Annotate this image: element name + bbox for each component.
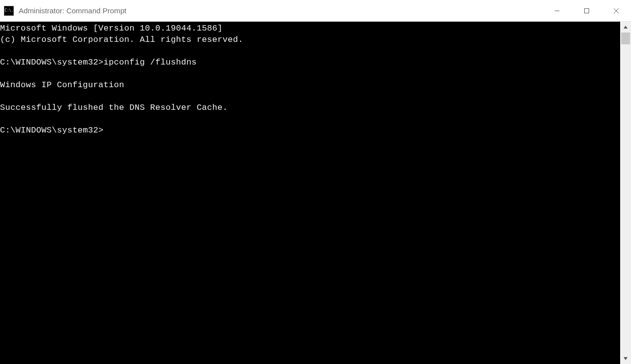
scroll-up-arrow-icon[interactable] — [620, 22, 631, 33]
scroll-thumb[interactable] — [621, 33, 630, 44]
terminal-line — [0, 91, 620, 102]
terminal-line: C:\WINDOWS\system32>ipconfig /flushdns — [0, 57, 620, 68]
svg-marker-5 — [624, 357, 628, 360]
svg-rect-1 — [585, 8, 589, 13]
terminal-line: Windows IP Configuration — [0, 79, 620, 91]
scroll-down-arrow-icon[interactable] — [620, 353, 631, 364]
window-title: Administrator: Command Prompt — [19, 6, 542, 15]
terminal-line: Microsoft Windows [Version 10.0.19044.15… — [0, 23, 620, 34]
vertical-scrollbar[interactable] — [620, 22, 631, 364]
close-button[interactable] — [601, 0, 631, 21]
scroll-track[interactable] — [620, 33, 631, 364]
app-icon: C:\. — [4, 6, 14, 16]
minimize-button[interactable] — [542, 0, 572, 21]
terminal-line — [0, 68, 620, 79]
terminal-line — [0, 113, 620, 125]
terminal-line: (c) Microsoft Corporation. All rights re… — [0, 34, 620, 45]
titlebar[interactable]: C:\. Administrator: Command Prompt — [0, 0, 631, 22]
svg-marker-4 — [624, 26, 628, 29]
terminal-line: C:\WINDOWS\system32> — [0, 125, 620, 136]
maximize-button[interactable] — [572, 0, 601, 21]
terminal-line — [0, 45, 620, 57]
terminal-line: Successfully flushed the DNS Resolver Ca… — [0, 102, 620, 113]
terminal-container: Microsoft Windows [Version 10.0.19044.15… — [0, 22, 631, 364]
window-controls — [542, 0, 631, 21]
terminal-output[interactable]: Microsoft Windows [Version 10.0.19044.15… — [0, 22, 620, 364]
